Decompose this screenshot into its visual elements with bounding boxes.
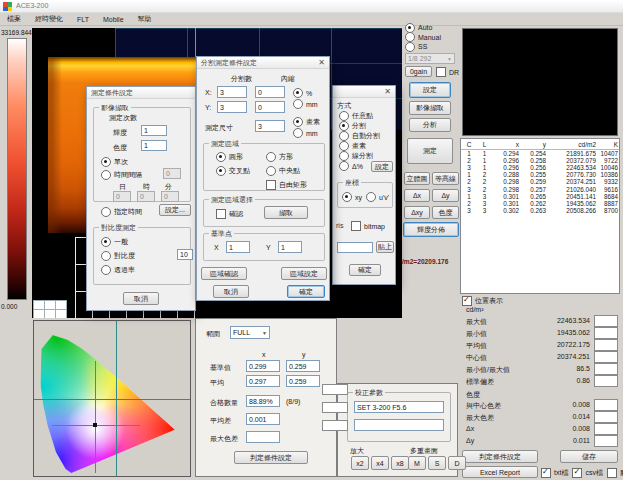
minute-field[interactable]: 0 [161,191,179,202]
table-row[interactable]: 210.2960.25820372.0799722 [461,157,619,164]
coord-xy-option[interactable]: xy [342,192,362,202]
menu-item[interactable]: FLT [70,15,96,24]
multi-screen-button[interactable]: M [408,456,426,470]
method-option[interactable]: 任意點 [339,111,395,121]
table-row[interactable]: 130.3010.26520451.1418684 [461,193,619,200]
exposure-mode-option[interactable]: Auto [405,23,459,33]
center-point-option[interactable]: 中央點 [266,166,300,176]
close-icon[interactable]: ✕ [315,57,328,68]
average-y-field[interactable]: 0.259 [286,375,320,387]
normal-option[interactable]: 一般 [101,237,128,247]
method-option[interactable]: 自動分割 [339,131,395,141]
contrast-value-field[interactable]: 10 [177,249,193,260]
measure-button[interactable]: 測定 [407,138,453,164]
table-row[interactable]: 120.2880.25520776.73010386 [461,171,619,178]
dr-checkbox[interactable]: DR [436,67,459,77]
ok-button[interactable]: 確定 [287,285,325,298]
paste-button[interactable]: 貼上 [376,241,394,253]
base-x-field[interactable]: 1 [226,241,250,253]
table-row[interactable]: 310.2960.25622463.53410046 [461,164,619,171]
luminance-count-field[interactable]: 1 [141,125,167,136]
range-select[interactable]: FULL ▼ [230,326,270,339]
analyze-button[interactable]: 分析 [409,118,451,132]
cie-chromaticity-panel[interactable] [33,320,191,477]
path-field[interactable] [337,242,373,253]
file-format-checkbox[interactable]: txt檔 [541,468,568,478]
menu-item[interactable]: 經時變化 [28,13,70,25]
grab-button[interactable]: 擷取 [264,206,308,219]
y-division-field[interactable]: 3 [217,101,247,113]
y-inset-field[interactable]: 0 [255,101,285,113]
reference-x-field[interactable]: 0.299 [246,360,280,372]
file-format-checkbox[interactable]: 影像檔 [607,468,623,478]
inset-mm-option[interactable]: mm [293,99,318,109]
set-button[interactable]: 設定 [409,82,451,98]
average-x-field[interactable]: 0.297 [246,375,280,387]
zoom-factor-button[interactable]: x4 [371,456,389,470]
file-format-checkbox[interactable]: csv檔 [572,468,603,478]
measurement-table[interactable]: CLxycd/m2K 110.2940.25421891.67510407210… [460,138,620,294]
multi-screen-button[interactable]: D [448,456,466,470]
interval-option[interactable]: 時間間隔 [101,170,142,180]
method-option[interactable]: 線分割 [339,151,395,161]
cross-point-option[interactable]: 交叉點 [216,166,250,176]
view-3d-button[interactable]: 立體圖 [404,172,430,185]
contour-button[interactable]: 等高線 [432,172,459,185]
base-y-field[interactable]: 1 [278,241,302,253]
free-rect-checkbox[interactable]: 自由矩形 [266,180,307,190]
delta-y-button[interactable]: Δy [432,189,459,202]
chroma-button[interactable]: 色度 [432,206,459,219]
table-row[interactable]: 230.3010.26219435.0628887 [461,200,619,207]
inset-percent-option[interactable]: % [293,88,312,98]
size-pixel-option[interactable]: 畫素 [293,117,320,127]
method-option[interactable]: 畫素 [339,141,395,151]
save-button[interactable]: 儲存 [560,450,618,463]
area-set-button[interactable]: 區域設定 [281,267,327,280]
contrast-option[interactable]: 對比度 [101,251,135,261]
chroma-count-field[interactable]: 1 [141,140,167,151]
table-row[interactable]: 220.2980.25920374.2519332 [461,178,619,185]
ok-button[interactable]: 確定 [349,264,381,276]
hour-field[interactable]: 0 [137,191,155,202]
exposure-mode-option[interactable]: Manual [405,33,459,43]
circle-option[interactable]: 圓形 [216,152,243,162]
bitmap-checkbox[interactable]: bitmap [351,221,385,231]
x-division-field[interactable]: 3 [217,86,247,98]
judge-condition-button-2[interactable]: 判定條件設定 [234,451,308,464]
square-option[interactable]: 方形 [266,152,293,162]
menu-item[interactable]: Mobile [96,15,131,24]
transmittance-option[interactable]: 透過率 [101,265,135,275]
table-row[interactable]: 110.2940.25421891.67510407 [461,150,619,157]
area-confirm-button[interactable]: 區域確認 [201,267,247,280]
image-capture-button[interactable]: 影像擷取 [409,101,451,115]
multi-screen-button[interactable]: S [428,456,446,470]
menu-item[interactable]: 檔案 [0,13,28,25]
menu-item[interactable]: 幫助 [131,13,159,25]
reference-y-field[interactable]: 0.259 [286,360,320,372]
excel-report-button[interactable]: Excel Report [462,466,538,478]
single-shot-option[interactable]: 單次 [101,157,128,167]
zoom-factor-button[interactable]: x8 [391,456,409,470]
measure-size-field[interactable]: 3 [255,120,285,132]
x-inset-field[interactable]: 0 [255,86,285,98]
cancel-button[interactable]: 取消 [213,285,249,298]
size-mm-option[interactable]: mm [293,128,318,138]
delta-xy-button[interactable]: Δxy [404,206,430,219]
exposure-mode-option[interactable]: SS [405,42,459,52]
coord-uv-option[interactable]: u'v' [366,192,389,202]
time-set-button[interactable]: 設定... [159,204,191,216]
gain-button[interactable]: 0gain [405,66,432,77]
table-row[interactable]: 320.2980.25721026.0409616 [461,185,619,192]
day-field[interactable]: 0 [113,191,131,202]
delta-x-button[interactable]: Δx [404,189,430,202]
luminance-distribution-button[interactable]: 輝度分佈 [403,222,459,237]
zoom-factor-button[interactable]: x2 [351,456,369,470]
position-display-checkbox[interactable]: 位置表示 [462,296,503,306]
scheduled-time-option[interactable]: 指定時間 [101,207,142,217]
confirm-checkbox[interactable]: 確認 [216,209,243,219]
cancel-button[interactable]: 取消 [123,292,159,305]
table-row[interactable]: 330.3020.26320508.2668700 [461,207,619,214]
shutter-select[interactable]: 1/8 292 ▼ [405,53,455,64]
method-set-button[interactable]: 設定 [371,161,393,172]
interval-field[interactable]: 0 [163,168,181,179]
